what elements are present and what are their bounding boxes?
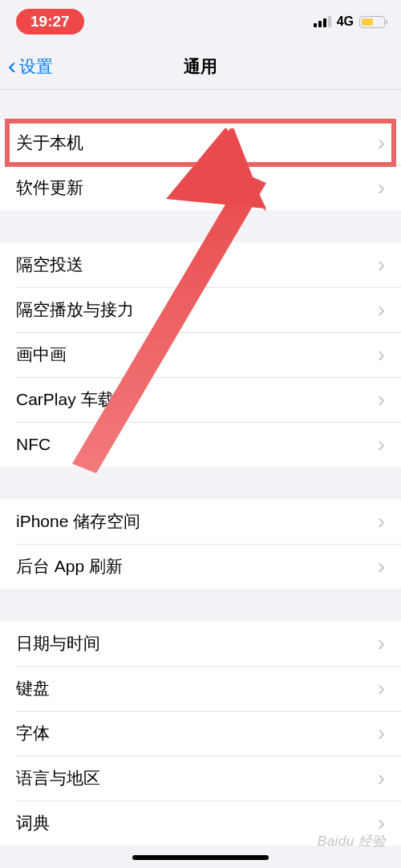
row-language-region[interactable]: 语言与地区›: [0, 756, 401, 801]
row-label: iPhone 储存空间: [16, 510, 140, 533]
row-label: CarPlay 车载: [16, 388, 115, 411]
row-airdrop[interactable]: 隔空投送›: [0, 242, 401, 287]
row-label: 键盘: [16, 677, 50, 700]
signal-icon: [314, 16, 331, 27]
home-indicator[interactable]: [132, 855, 269, 860]
row-about[interactable]: 关于本机›: [0, 120, 401, 165]
chevron-right-icon: ›: [378, 175, 385, 201]
settings-group: 隔空投送›隔空播放与接力›画中画›CarPlay 车载›NFC›: [0, 242, 401, 467]
chevron-right-icon: ›: [378, 509, 385, 534]
row-label: 隔空投送: [16, 254, 83, 276]
settings-group: iPhone 储存空间›后台 App 刷新›: [0, 499, 401, 589]
nav-bar: ‹ 设置 通用: [0, 43, 401, 90]
row-label: 词典: [16, 812, 50, 834]
chevron-right-icon: ›: [378, 297, 385, 322]
row-fonts[interactable]: 字体›: [0, 711, 401, 756]
row-iphone-storage[interactable]: iPhone 储存空间›: [0, 499, 401, 544]
chevron-right-icon: ›: [378, 130, 385, 156]
settings-group: 关于本机›软件更新›: [0, 120, 401, 210]
network-label: 4G: [337, 14, 354, 29]
chevron-right-icon: ›: [378, 720, 385, 746]
back-button[interactable]: ‹ 设置: [8, 55, 53, 78]
status-bar: 19:27 4G: [0, 0, 401, 43]
chevron-left-icon: ‹: [8, 54, 16, 78]
chevron-right-icon: ›: [378, 631, 385, 656]
row-keyboard[interactable]: 键盘›: [0, 666, 401, 711]
settings-list: 关于本机›软件更新›隔空投送›隔空播放与接力›画中画›CarPlay 车载›NF…: [0, 120, 401, 846]
row-pip[interactable]: 画中画›: [0, 332, 401, 377]
row-label: 日期与时间: [16, 632, 100, 655]
status-time: 19:27: [16, 9, 84, 34]
row-label: NFC: [16, 435, 51, 454]
chevron-right-icon: ›: [378, 387, 385, 412]
chevron-right-icon: ›: [378, 252, 385, 278]
row-label: 语言与地区: [16, 767, 100, 789]
chevron-right-icon: ›: [378, 675, 385, 701]
status-right: 4G: [314, 14, 385, 29]
row-carplay[interactable]: CarPlay 车载›: [0, 377, 401, 422]
row-label: 关于本机: [16, 132, 83, 154]
row-label: 字体: [16, 722, 50, 744]
chevron-right-icon: ›: [378, 432, 385, 457]
chevron-right-icon: ›: [378, 765, 385, 791]
row-nfc[interactable]: NFC›: [0, 422, 401, 467]
row-label: 后台 App 刷新: [16, 555, 123, 578]
row-background-refresh[interactable]: 后台 App 刷新›: [0, 544, 401, 589]
row-label: 隔空播放与接力: [16, 298, 134, 321]
row-label: 画中画: [16, 343, 67, 366]
row-date-time[interactable]: 日期与时间›: [0, 621, 401, 666]
back-label: 设置: [19, 55, 53, 78]
row-airplay-handoff[interactable]: 隔空播放与接力›: [0, 287, 401, 332]
chevron-right-icon: ›: [378, 554, 385, 579]
row-label: 软件更新: [16, 176, 83, 199]
page-title: 通用: [184, 55, 217, 78]
chevron-right-icon: ›: [378, 342, 385, 367]
battery-icon: [359, 16, 385, 28]
watermark: Baidu 经验: [318, 832, 387, 850]
row-software-update[interactable]: 软件更新›: [0, 165, 401, 210]
settings-group: 日期与时间›键盘›字体›语言与地区›词典›: [0, 621, 401, 846]
